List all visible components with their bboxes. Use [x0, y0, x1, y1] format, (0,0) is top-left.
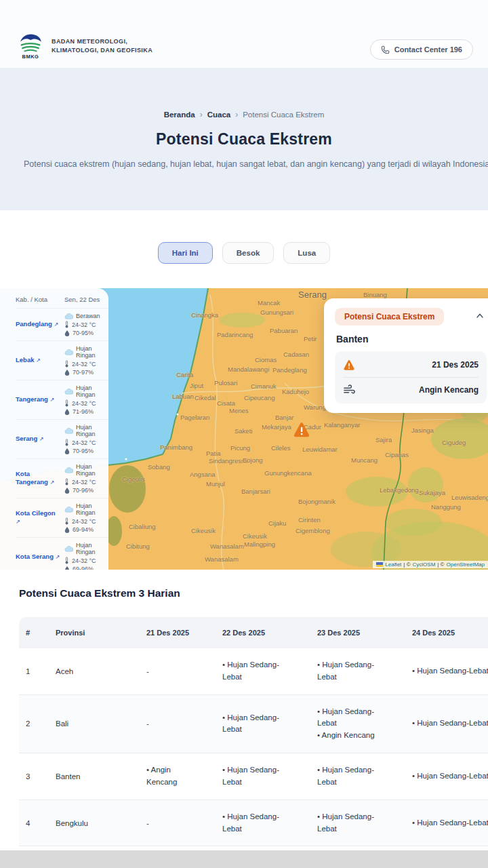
cloud-icon [64, 428, 73, 434]
cloud-icon [64, 349, 73, 355]
hazard-list: Hujan Sedang-Lebat [412, 665, 488, 677]
external-link-icon: ↗ [36, 357, 41, 363]
hazard-item: Hujan Sedang-Lebat [222, 764, 294, 789]
cyclosm-link[interactable]: CyclOSM [413, 561, 436, 568]
map-place-label: Bojong [243, 456, 263, 464]
map-place-label: Cimanuk [251, 382, 277, 390]
map-place-label: Cisata [217, 399, 235, 407]
map-place-label: Leuwidamar [302, 446, 338, 453]
map-place-label: Cigudeg [442, 439, 466, 446]
wind-icon [343, 384, 356, 395]
forecast-cell: Hujan Sedang-Lebat [405, 800, 488, 846]
map-place-label: Munjul [206, 480, 225, 488]
forecast-cell: Hujan Sedang-Lebat [405, 648, 488, 694]
tab-lusa[interactable]: Lusa [283, 242, 330, 264]
site-header: BMKG BADAN METEOROLOGI, KLIMATOLOGI, DAN… [0, 0, 488, 68]
collapse-popup-button[interactable] [473, 309, 487, 325]
droplet-icon [64, 408, 70, 415]
hazard-item: Angin Kencang [146, 764, 199, 789]
temperature-line: 24-32 °C [64, 478, 108, 486]
map-place-label: Pulosari [214, 379, 237, 387]
map-attribution: Leaflet | © CyclOSM | © OpenStreetMap [373, 561, 488, 568]
table-row: 3BantenAngin KencangHujan Sedang-LebatHu… [19, 753, 488, 800]
thermometer-icon [64, 478, 69, 486]
city-link[interactable]: Tangerang ↗ [16, 395, 64, 403]
cloud-icon [64, 389, 73, 395]
breadcrumb-item[interactable]: Cuaca [207, 111, 231, 119]
city-link[interactable]: Lebak ↗ [16, 356, 64, 364]
thermometer-icon [64, 360, 69, 368]
tab-besok[interactable]: Besok [222, 242, 274, 264]
table-header-row: #Provinsi21 Des 202522 Des 202523 Des 20… [19, 617, 488, 648]
forecast-cell: Angin Kencang [140, 753, 216, 800]
map-canvas[interactable]: SerangBinuangMancakGunungsariCinangkaPab… [0, 288, 488, 570]
map-place-label: Cikeusik [243, 532, 267, 540]
forecast-cell: - [140, 648, 216, 694]
map-place-label: Leuwisadeng [451, 494, 488, 501]
hazard-item: Hujan Sedang-Lebat [317, 659, 389, 684]
hazard-list: Hujan Sedang-Lebat [317, 811, 389, 835]
forecast-cell: Hujan Sedang-LebatAngin Kencang [310, 694, 405, 753]
city-link[interactable]: Serang ↗ [16, 435, 64, 443]
map-place-label: Cibaliung [129, 523, 156, 530]
tab-hari-ini[interactable]: Hari Ini [158, 242, 213, 264]
breadcrumb-item[interactable]: Beranda [164, 111, 195, 119]
row-number-cell: 2 [19, 694, 49, 753]
temperature-line: 24-32 °C [64, 399, 108, 407]
contact-center-button[interactable]: Contact Center 196 [370, 39, 473, 60]
table-row: 2Bali-Hujan Sedang-LebatHujan Sedang-Leb… [19, 694, 488, 753]
breadcrumb-item: Potensi Cuaca Ekstrem [243, 111, 324, 119]
city-link[interactable]: Kota Tangerang ↗ [16, 470, 64, 487]
forecast-cell: Hujan Sedang-Lebat [310, 753, 405, 800]
hazard-list: Hujan Sedang-Lebat [222, 712, 294, 736]
forecast-cell: Hujan Sedang-Lebat [310, 800, 405, 846]
bmkg-logo: BMKG [16, 33, 45, 60]
humidity-line: 71-96% [64, 408, 108, 415]
map-place-label: Mandalawangi [228, 366, 269, 373]
brand-name: BADAN METEOROLOGI, KLIMATOLOGI, DAN GEOF… [52, 37, 152, 56]
warning-marker[interactable] [293, 422, 310, 441]
city-weather-info: Hujan Ringan 24-32 °C 69-94% [64, 502, 108, 533]
city-weather-info: Hujan Ringan 24-32 °C 71-96% [64, 384, 108, 415]
map-place-label: Labuan [172, 393, 194, 400]
leaflet-link[interactable]: Leaflet [385, 561, 401, 568]
attrib-sep2: | © [437, 561, 444, 568]
cloud-icon [64, 546, 73, 552]
hazard-list: Hujan Sedang-Lebat [317, 659, 389, 684]
brand[interactable]: BMKG BADAN METEOROLOGI, KLIMATOLOGI, DAN… [16, 33, 152, 60]
province-cell: Bali [49, 694, 140, 753]
empty-value: - [146, 719, 149, 728]
hazard-list: Hujan Sedang-Lebat [222, 811, 294, 835]
phone-icon [381, 45, 390, 54]
map-place-label: Pandeglang [272, 366, 307, 374]
thermometer-icon [64, 517, 69, 525]
temperature-line: 24-32 °C [64, 321, 108, 328]
openstreetmap-link[interactable]: OpenStreetMap [447, 561, 485, 568]
condition-line: Hujan Ringan [64, 542, 108, 555]
contact-center-label: Contact Center 196 [394, 45, 462, 54]
empty-value: - [146, 667, 149, 675]
map-place-label: Gunungsari [260, 309, 293, 316]
cloud-icon [64, 313, 73, 319]
table-header-cell: # [19, 617, 49, 648]
popup-hazard-row: Angin Kencang [343, 378, 479, 402]
city-link[interactable]: Kota Cilegon ↗ [16, 509, 64, 526]
forecast-cell: Hujan Sedang-Lebat [310, 648, 405, 694]
city-link[interactable]: Kota Serang ↗ [16, 553, 64, 561]
droplet-icon [64, 487, 70, 494]
humidity-line: 69-96% [64, 566, 108, 570]
thermometer-icon [64, 399, 69, 407]
droplet-icon [64, 566, 70, 570]
city-link[interactable]: Pandeglang ↗ [16, 320, 64, 328]
sidebar-weather-row: Lebak ↗ Hujan Ringan 24-32 °C 70-97% [16, 340, 108, 380]
hazard-item: Hujan Sedang-Lebat [222, 659, 294, 684]
section-title: Potensi Cuaca Ekstrem 3 Harian [19, 587, 488, 599]
map-place-label: Bojongmanik [298, 498, 336, 505]
external-link-icon: ↗ [54, 321, 58, 328]
hazard-item: Hujan Sedang-Lebat [222, 712, 294, 736]
map-place-label: Nanggung [431, 503, 461, 511]
map-place-label: Malingping [244, 540, 275, 548]
forecast-cell: Hujan Sedang-Lebat [405, 753, 488, 800]
condition-line: Hujan Ringan [64, 502, 108, 516]
hazard-list: Hujan Sedang-Lebat [412, 770, 488, 783]
